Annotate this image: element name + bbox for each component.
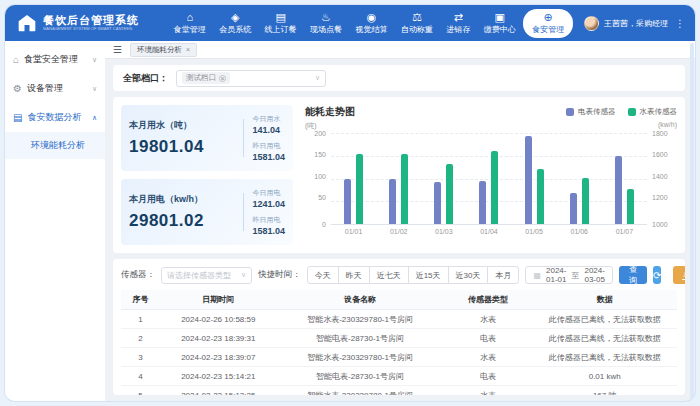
topnav-item-label: 线上订餐 [265, 24, 297, 35]
topnav-item-label: 视觉结算 [355, 24, 387, 35]
table-header-cell: 日期时间 [160, 290, 277, 310]
sidebar-item-食堂安全管理[interactable]: ⌂食堂安全管理∨ [5, 45, 105, 74]
table-cell: 167 吨 [532, 386, 677, 396]
bar-电表传感器-01/01[interactable] [344, 179, 351, 225]
onsite-order-icon: ♨ [321, 12, 331, 23]
online-order-icon: ▤ [275, 12, 285, 23]
bar-水表传感器-01/02[interactable] [401, 154, 408, 224]
date-range-picker[interactable]: ▦ 2024-01-01 至 2024-03-05 [525, 266, 613, 284]
calendar-icon: ▦ [533, 271, 541, 280]
table-cell: 水表 [443, 386, 532, 396]
tab-bar: ☰ 环境能耗分析 × [105, 41, 695, 59]
date-start[interactable]: 2024-01-01 [546, 266, 566, 284]
bar-电表传感器-01/03[interactable] [434, 182, 441, 224]
stat-value: 29801.02 [129, 211, 235, 231]
vertical-scrollbar[interactable] [690, 43, 694, 399]
legend-item-电表传感器[interactable]: 电表传感器 [566, 107, 616, 117]
bar-电表传感器-01/05[interactable] [525, 136, 532, 224]
collapse-sidebar-icon[interactable]: ☰ [113, 45, 122, 55]
bar-电表传感器-01/04[interactable] [479, 181, 486, 224]
x-axis-tick: 01/07 [602, 228, 647, 235]
date-end[interactable]: 2024-03-05 [584, 266, 604, 284]
bar-group-01/07 [602, 133, 647, 224]
time-preset-近15天[interactable]: 近15天 [408, 266, 449, 284]
bar-group-01/06 [557, 133, 602, 224]
table-cell: 4 [121, 367, 160, 386]
stats-column: 本月用水（吨）19801.04今日用水141.04昨日用电1581.04本月用电… [121, 105, 293, 245]
time-preset-近30天[interactable]: 近30天 [448, 266, 489, 284]
stat-mini: 今日用水141.04 [252, 114, 285, 135]
topnav-item-缴费中心[interactable]: ▣缴费中心 [478, 10, 522, 37]
topnav-item-自动称重[interactable]: ⚖自动称重 [395, 10, 439, 37]
stat-card: 本月用水（吨）19801.04今日用水141.04昨日用电1581.04 [121, 105, 293, 171]
topnav-item-会员系统[interactable]: ◈会员系统 [213, 10, 257, 37]
sensor-select[interactable]: 请选择传感器类型 ∨ [161, 267, 252, 284]
bar-水表传感器-01/03[interactable] [446, 164, 453, 224]
table-row: 52024-02-23 15:13:25智能水表-230329780-1号房间水… [121, 386, 677, 396]
table-cell: 此传感器已离线，无法获取数据 [532, 348, 677, 367]
x-axis: 01/0101/0201/0301/0401/0501/0601/07 [331, 225, 647, 235]
table-header-cell: 序号 [121, 290, 160, 310]
data-table-card: 传感器： 请选择传感器类型 ∨ 快捷时间： 今天昨天近七天近15天近30天本月 … [113, 259, 685, 395]
stat-mini: 昨日用电1581.04 [252, 215, 285, 236]
legend-item-水表传感器[interactable]: 水表传感器 [628, 107, 678, 117]
y-axis-tick: 1800 [652, 130, 677, 137]
stat-mini-value: 1581.04 [252, 226, 285, 236]
close-icon[interactable]: × [186, 46, 190, 53]
time-preset-今天[interactable]: 今天 [307, 266, 339, 284]
energy-chart: 能耗走势图 电表传感器水表传感器 (吨) (kw/h) 200150100500… [305, 105, 677, 245]
tab-label: 环境能耗分析 [137, 45, 182, 55]
sidebar-item-食安数据分析[interactable]: ▤食安数据分析∧ [5, 103, 105, 132]
topnav-item-进销存[interactable]: ⇄进销存 [440, 10, 476, 37]
stall-select[interactable]: 测试档口 × ∨ [176, 70, 326, 87]
sidebar-item-label: 设备管理 [27, 82, 87, 95]
bar-水表传感器-01/05[interactable] [537, 169, 544, 225]
topnav-item-食安管理[interactable]: ⊕食安管理 [523, 9, 573, 38]
user-box[interactable]: 王茜茜，采购经理 ⋮ [584, 16, 687, 31]
tag-clear-icon[interactable]: × [219, 75, 226, 82]
table-cell: 水表 [443, 348, 532, 367]
bar-水表传感器-01/07[interactable] [627, 189, 634, 224]
bar-电表传感器-01/07[interactable] [615, 156, 622, 224]
time-preset-本月[interactable]: 本月 [487, 266, 519, 284]
tab-env-energy[interactable]: 环境能耗分析 × [130, 43, 197, 57]
bar-电表传感器-01/06[interactable] [570, 193, 577, 224]
time-preset-昨天[interactable]: 昨天 [338, 266, 370, 284]
bar-电表传感器-01/02[interactable] [389, 179, 396, 225]
sensor-label: 传感器： [121, 269, 155, 281]
user-menu-icon[interactable]: ⋮ [673, 18, 687, 29]
equipment-icon: ⚙ [13, 83, 22, 94]
search-button[interactable]: 查询 [619, 266, 647, 284]
table-cell: 此传感器已离线，无法获取数据 [532, 310, 677, 329]
topnav-item-食堂管理[interactable]: ⌂食堂管理 [168, 10, 212, 37]
refresh-button[interactable]: ⟳ [653, 266, 661, 284]
legend-label: 水表传感器 [640, 107, 678, 117]
table-header-row: 序号日期时间设备名称传感器类型数据 [121, 290, 677, 310]
stat-mini-label: 今日用水 [252, 114, 285, 124]
y-axis-tick: 50 [305, 194, 326, 201]
table-cell: 智能水表-230329780-1号房间 [277, 310, 444, 329]
topnav-item-视觉结算[interactable]: ◉视觉结算 [349, 10, 393, 37]
stall-filter-card: 全部档口： 测试档口 × ∨ [113, 65, 685, 91]
export-button[interactable]: ↓ 导出 [673, 266, 685, 284]
stat-mini: 昨日用电1581.04 [252, 141, 285, 162]
table-cell: 电表 [443, 367, 532, 386]
table-cell: 智能电表-28730-1号房间 [277, 329, 444, 348]
sidebar-subitem-环境能耗分析[interactable]: 环境能耗分析 [5, 132, 105, 159]
topnav-item-线上订餐[interactable]: ▤线上订餐 [259, 10, 303, 37]
bar-水表传感器-01/04[interactable] [491, 151, 498, 224]
logo: 餐饮后台管理系统 MANAGEMENT SYSTEM OF SMART CANT… [17, 13, 167, 33]
table-row: 12024-02-26 10:58:59智能水表-230329780-1号房间水… [121, 310, 677, 329]
sidebar-item-设备管理[interactable]: ⚙设备管理∨ [5, 74, 105, 103]
bar-group-01/01 [331, 133, 376, 224]
topnav-item-现场点餐[interactable]: ♨现场点餐 [304, 10, 348, 37]
stat-main: 本月用电（kw/h）29801.02 [129, 193, 235, 231]
bar-水表传感器-01/06[interactable] [582, 178, 589, 224]
app-title: 餐饮后台管理系统 [43, 14, 142, 26]
table-cell: 0.01 kwh [532, 367, 677, 386]
time-preset-近七天[interactable]: 近七天 [369, 266, 409, 284]
avatar[interactable] [584, 16, 599, 31]
auto-weigh-icon: ⚖ [412, 12, 422, 23]
bar-水表传感器-01/01[interactable] [356, 154, 363, 224]
table-header-cell: 传感器类型 [443, 290, 532, 310]
